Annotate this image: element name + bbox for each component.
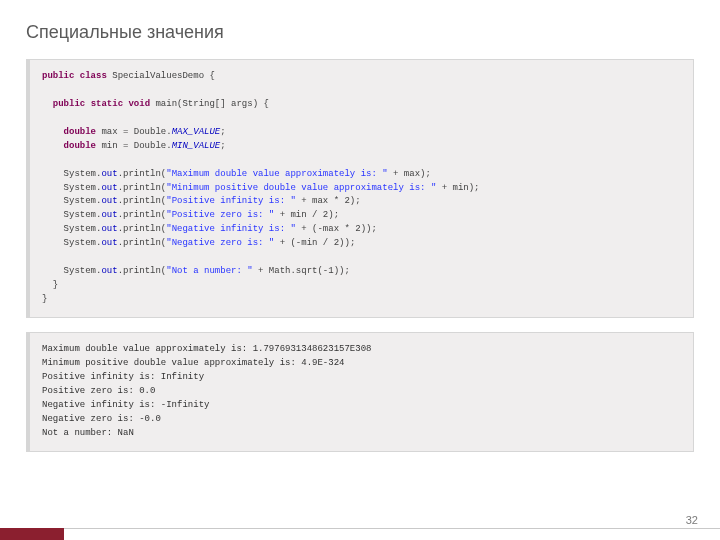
code-text: System. xyxy=(64,238,102,248)
code-text: SpecialValuesDemo { xyxy=(107,71,215,81)
fld-out: out xyxy=(101,238,117,248)
code-text: System. xyxy=(64,224,102,234)
str: "Not a number: " xyxy=(166,266,252,276)
code-block: public class SpecialValuesDemo { public … xyxy=(26,59,694,318)
code-text: .println( xyxy=(118,266,167,276)
kw-double: double xyxy=(64,141,96,151)
output-block: Maximum double value approximately is: 1… xyxy=(26,332,694,452)
code-text: min = Double. xyxy=(96,141,172,151)
str: "Negative infinity is: " xyxy=(166,224,296,234)
code-text: + max * 2); xyxy=(296,196,361,206)
fld-out: out xyxy=(101,169,117,179)
fld-out: out xyxy=(101,210,117,220)
fld-out: out xyxy=(101,196,117,206)
fld-out: out xyxy=(101,224,117,234)
kw-class: class xyxy=(80,71,107,81)
kw-static: static xyxy=(91,99,123,109)
code-text: main(String[] args) { xyxy=(150,99,269,109)
const-max: MAX_VALUE xyxy=(172,127,221,137)
code-text: + (-min / 2)); xyxy=(274,238,355,248)
page-number: 32 xyxy=(686,514,698,526)
kw-public: public xyxy=(42,71,74,81)
code-text: System. xyxy=(64,266,102,276)
code-text: .println( xyxy=(118,224,167,234)
code-text: .println( xyxy=(118,169,167,179)
code-text: max = Double. xyxy=(96,127,172,137)
footer-accent-bar xyxy=(0,528,64,540)
code-text: } xyxy=(42,280,58,290)
code-text: + min); xyxy=(436,183,479,193)
code-text: + min / 2); xyxy=(274,210,339,220)
kw-void: void xyxy=(128,99,150,109)
fld-out: out xyxy=(101,183,117,193)
str: "Maximum double value approximately is: … xyxy=(166,169,387,179)
kw-public: public xyxy=(53,99,85,109)
code-text: .println( xyxy=(118,238,167,248)
code-text: System. xyxy=(64,169,102,179)
str: "Positive infinity is: " xyxy=(166,196,296,206)
code-text: .println( xyxy=(118,183,167,193)
fld-out: out xyxy=(101,266,117,276)
footer-line xyxy=(0,528,720,529)
footer xyxy=(0,526,720,540)
slide: Специальные значения public class Specia… xyxy=(0,0,720,452)
code-text: } xyxy=(42,294,47,304)
str: "Minimum positive double value approxima… xyxy=(166,183,436,193)
const-min: MIN_VALUE xyxy=(172,141,221,151)
str: "Positive zero is: " xyxy=(166,210,274,220)
code-text: ; xyxy=(220,141,225,151)
slide-title: Специальные значения xyxy=(26,22,694,43)
code-text: .println( xyxy=(118,210,167,220)
code-text: + max); xyxy=(388,169,431,179)
str: "Negative zero is: " xyxy=(166,238,274,248)
code-text: + Math.sqrt(-1)); xyxy=(253,266,350,276)
code-text: System. xyxy=(64,210,102,220)
code-text: .println( xyxy=(118,196,167,206)
code-text: + (-max * 2)); xyxy=(296,224,377,234)
code-text: System. xyxy=(64,196,102,206)
code-text: System. xyxy=(64,183,102,193)
code-text: ; xyxy=(220,127,225,137)
kw-double: double xyxy=(64,127,96,137)
